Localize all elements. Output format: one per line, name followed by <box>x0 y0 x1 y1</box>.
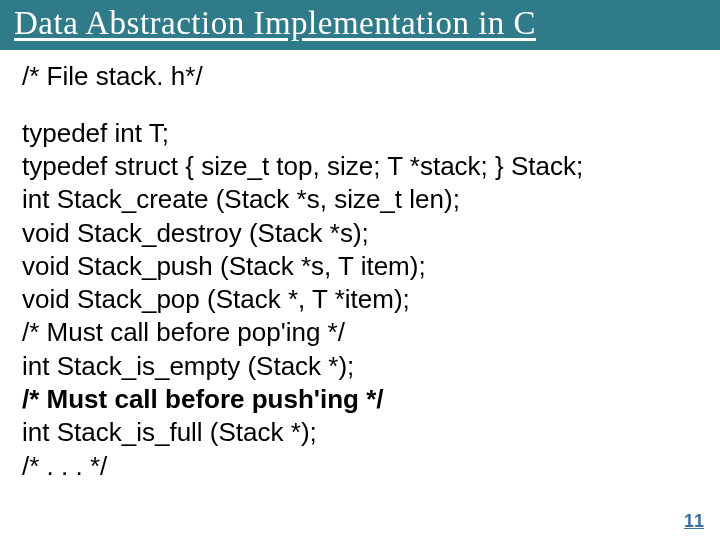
code-line-5: void Stack_push (Stack *s, T item); <box>22 250 698 283</box>
code-line-11: /* . . . */ <box>22 450 698 483</box>
page-number: 11 <box>684 511 704 532</box>
code-line-3: int Stack_create (Stack *s, size_t len); <box>22 183 698 216</box>
code-line-2: typedef struct { size_t top, size; T *st… <box>22 150 698 183</box>
slide: Data Abstraction Implementation in C /* … <box>0 0 720 540</box>
code-line-8: int Stack_is_empty (Stack *); <box>22 350 698 383</box>
code-line-9: /* Must call before push'ing */ <box>22 383 698 416</box>
slide-body: /* File stack. h*/ typedef int T; typede… <box>0 50 720 483</box>
code-line-7: /* Must call before pop'ing */ <box>22 316 698 349</box>
file-comment: /* File stack. h*/ <box>22 60 698 93</box>
slide-title: Data Abstraction Implementation in C <box>0 0 720 50</box>
code-line-1: typedef int T; <box>22 117 698 150</box>
code-line-6: void Stack_pop (Stack *, T *item); <box>22 283 698 316</box>
code-line-4: void Stack_destroy (Stack *s); <box>22 217 698 250</box>
code-line-10: int Stack_is_full (Stack *); <box>22 416 698 449</box>
